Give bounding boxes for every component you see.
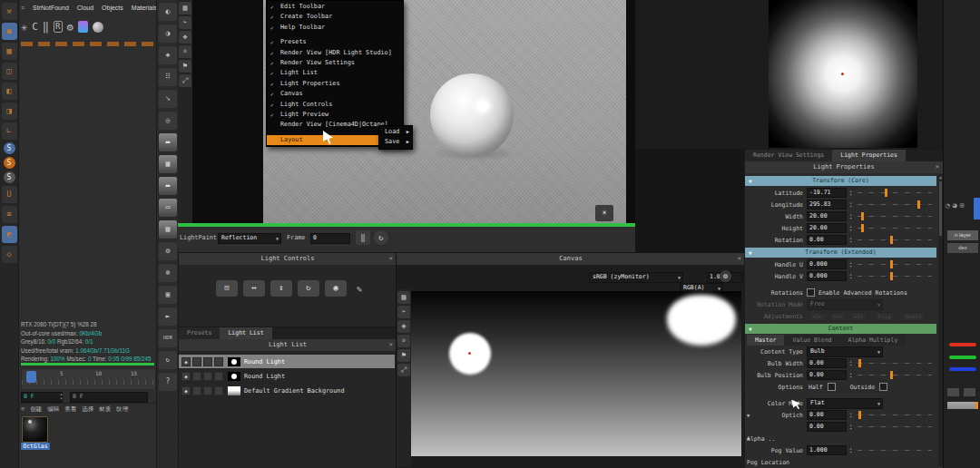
material-thumbnail[interactable] [22,416,48,443]
light-properties-titlebar[interactable]: Light Properties ✕ [745,161,943,173]
light-handle-dot[interactable] [468,352,471,355]
circle-tool-2-icon[interactable]: ◕ [953,201,957,210]
polygon-mode-icon[interactable]: ◧ [2,83,17,100]
rotate-light-icon[interactable]: ↻ [298,280,319,297]
adjust-y-button[interactable]: ◂Y▸ [829,312,847,321]
slider-handle[interactable] [861,212,864,220]
property-dropdown[interactable]: Flat▼ [807,398,883,409]
light-list-row[interactable]: ◉Default Gradient Background [179,384,395,398]
section-header-transform-core-[interactable]: Transform (Core)▼ [745,176,936,186]
tab-light-list[interactable]: Light List [220,327,271,339]
light-toggle-icon[interactable] [192,357,201,366]
material-menu-item[interactable]: 查看 [64,405,76,414]
slide-vertical-icon[interactable]: ↕ [270,280,292,297]
exposure-gear-icon[interactable]: ⚙ [720,270,731,282]
context-menu-item-render-view-hdr-light-studio-[interactable]: ✓Render View [HDR Light Studio] [267,48,403,58]
light-list-titlebar[interactable]: Light List ✕ [179,339,397,351]
gradient-swatch-1-icon[interactable]: ▬ [158,132,178,152]
light-list-row[interactable]: ◉Round Light [179,369,395,384]
filter-twirl-icon[interactable]: ▼ [749,324,752,334]
property-value-input[interactable]: 1.000 [807,445,847,455]
star-tool-icon[interactable]: ✳ [21,17,27,37]
frame-icon[interactable]: ▣ [158,285,178,305]
property-slider[interactable] [858,272,932,280]
flag-icon[interactable]: ⚑ [179,60,191,73]
zoom-icon[interactable]: ⌕ [179,45,191,58]
fit-icon[interactable]: ⤢ [397,364,410,376]
gel-light-icon[interactable]: ◈ [158,45,178,65]
property-slider[interactable] [858,236,932,244]
subtab-value-blend[interactable]: Value Blend [784,335,839,346]
property-value-input[interactable]: 20.00 [807,211,847,221]
timeline-playhead[interactable] [26,371,36,383]
cursor-icon[interactable]: ➢ [397,306,410,318]
menu-item-cloud[interactable]: Cloud [77,2,93,14]
small-button-1[interactable] [947,388,959,396]
close-icon[interactable]: ✕ [738,253,741,265]
move-light-icon[interactable]: ⊡ [216,280,238,297]
property-slider[interactable] [858,189,932,197]
property-value-input[interactable]: -19.71 [807,188,847,198]
property-slider[interactable] [858,200,932,209]
twirl-icon[interactable]: ▼ [747,413,750,418]
property-slider[interactable] [858,212,932,220]
menu-item-materials[interactable]: Materials [132,2,157,14]
light-toggle-icon[interactable] [214,372,223,381]
scale-badge-3-icon[interactable]: S [4,171,15,183]
fit-icon[interactable]: ⤢ [179,74,191,87]
light-controls-titlebar[interactable]: Light Controls ✕ [179,253,397,265]
material-menu-item[interactable]: 编辑 [47,405,59,414]
context-menu-item-light-controls[interactable]: ✓Light Controls [267,100,403,110]
rotations-checkbox[interactable] [807,288,815,297]
value-stepper[interactable]: ▴▾ [848,447,854,454]
image-swatch-icon[interactable]: ▨ [158,219,178,239]
option-checkbox-half[interactable] [828,383,836,391]
light-toggle-icon[interactable]: ◉ [181,386,191,395]
light-toggle-icon[interactable]: ◉ [181,357,191,366]
shader-icon[interactable]: ◇ [2,246,17,263]
submenu-item-load[interactable]: Load▶ [379,127,412,137]
small-button-2[interactable] [964,388,975,396]
blue-panel-icon[interactable] [974,198,980,219]
value-stepper[interactable]: ▴▾ [848,225,854,232]
context-menu-item-edit-toolbar[interactable]: ✓Edit Toolbar [267,2,403,12]
material-name-label[interactable]: OctGlas [21,443,50,450]
value-stepper[interactable]: ▴▾ [848,261,854,268]
environment-sun-icon[interactable]: ☀ [595,205,613,221]
property-value-input[interactable]: 0.00 [807,422,847,432]
target-light-icon[interactable]: ◉ [325,280,347,297]
slider-handle[interactable] [890,272,893,280]
light-paint-icon[interactable]: ➘ [158,89,178,109]
lock-icon[interactable] [78,21,88,33]
property-dropdown[interactable]: Bulb▼ [807,346,883,357]
value-stepper[interactable]: ▴▾ [848,372,854,379]
light-toggle-icon[interactable] [203,357,212,366]
canvas-top-light[interactable] [667,295,736,346]
frame-value-input[interactable]: 0 [310,233,350,244]
subtab-master[interactable]: Master [747,335,784,346]
points-mode-icon[interactable]: ▦ [2,43,17,60]
hdr-export-icon[interactable]: HDR [158,328,178,348]
property-dropdown[interactable]: Free▼ [807,299,883,310]
close-icon[interactable]: ✕ [936,161,939,173]
light-toggle-icon[interactable] [214,386,223,395]
property-value-input[interactable]: 0.00 [807,235,847,245]
spot-light-icon[interactable]: ◑ [158,24,178,44]
adjust-x-button[interactable]: ◂X▸ [808,312,826,321]
light-toggle-icon[interactable] [192,386,201,395]
refresh-tool-icon[interactable]: C [32,17,38,37]
transparency-grid-icon[interactable]: ▨ [179,2,191,15]
slider-handle[interactable] [885,189,887,197]
property-value-input[interactable]: 0.00 [807,370,847,380]
twirl-icon[interactable]: ▼ [747,436,750,442]
property-slider[interactable] [858,371,932,379]
colorspace-dropdown[interactable]: sRGB (zyMonitor)▼ [589,272,683,283]
delete-light-icon[interactable]: ⊗ [158,263,178,283]
property-value-input[interactable]: 0.000 [807,259,847,269]
pause-button[interactable]: ‖ [356,230,370,245]
object-mode-icon[interactable]: ◼ [2,23,17,40]
frame-stepper[interactable]: ▴▾ [60,392,63,401]
slider-handle[interactable] [858,411,861,419]
value-stepper[interactable]: ▴▾ [848,273,854,280]
value-stepper[interactable]: ▴▾ [848,412,854,419]
